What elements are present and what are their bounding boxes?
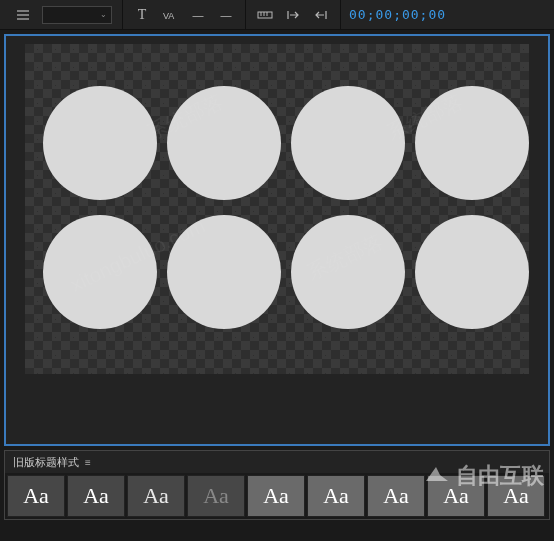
tracking-minus-icon[interactable]: — — [185, 5, 211, 25]
timecode-display[interactable]: 00;00;00;00 — [341, 7, 446, 22]
kerning-icon[interactable]: VA — [157, 5, 183, 25]
preview-panel: 系统部落 系统部落 xitongbuluo.com 系统部落 — [4, 34, 550, 446]
canvas-area[interactable]: 系统部落 系统部落 xitongbuluo.com 系统部落 — [25, 44, 529, 374]
ruler-icon[interactable] — [252, 5, 278, 25]
svg-rect-4 — [258, 12, 272, 18]
title-style-swatch[interactable]: Aa — [7, 475, 65, 517]
title-style-swatch[interactable]: Aa — [247, 475, 305, 517]
circle-shape[interactable] — [167, 86, 281, 200]
circle-shape[interactable] — [291, 86, 405, 200]
circle-shape[interactable] — [43, 215, 157, 329]
title-style-swatch[interactable]: Aa — [487, 475, 545, 517]
toolbar-group-align — [246, 0, 341, 29]
svg-text:VA: VA — [163, 11, 174, 21]
toolbar-group-text: T VA — — — [123, 0, 246, 29]
circle-shape[interactable] — [167, 215, 281, 329]
title-style-swatch[interactable]: Aa — [427, 475, 485, 517]
title-style-swatch[interactable]: Aa — [67, 475, 125, 517]
styles-panel-title: 旧版标题样式 — [13, 455, 79, 470]
list-icon[interactable] — [10, 5, 36, 25]
toolbar-group-left: ⌄ — [4, 0, 123, 29]
panel-menu-icon[interactable]: ≡ — [85, 457, 91, 468]
tab-left-icon[interactable] — [280, 5, 306, 25]
shape-grid — [43, 86, 529, 329]
font-dropdown[interactable]: ⌄ — [42, 6, 112, 24]
circle-shape[interactable] — [291, 215, 405, 329]
circle-shape[interactable] — [415, 215, 529, 329]
title-style-swatch[interactable]: Aa — [367, 475, 425, 517]
circle-shape[interactable] — [43, 86, 157, 200]
title-style-swatch[interactable]: Aa — [307, 475, 365, 517]
tab-right-icon[interactable] — [308, 5, 334, 25]
leading-minus-icon[interactable]: — — [213, 5, 239, 25]
title-style-swatch[interactable]: Aa — [187, 475, 245, 517]
circle-shape[interactable] — [415, 86, 529, 200]
chevron-down-icon: ⌄ — [100, 10, 107, 19]
styles-panel-header: 旧版标题样式 ≡ — [5, 451, 549, 473]
title-style-swatch[interactable]: Aa — [127, 475, 185, 517]
styles-grid: Aa Aa Aa Aa Aa Aa Aa Aa Aa — [5, 473, 549, 519]
styles-panel: 旧版标题样式 ≡ Aa Aa Aa Aa Aa Aa Aa Aa Aa — [4, 450, 550, 520]
top-toolbar: ⌄ T VA — — 00;00;00;00 — [0, 0, 554, 30]
text-size-icon[interactable]: T — [129, 5, 155, 25]
